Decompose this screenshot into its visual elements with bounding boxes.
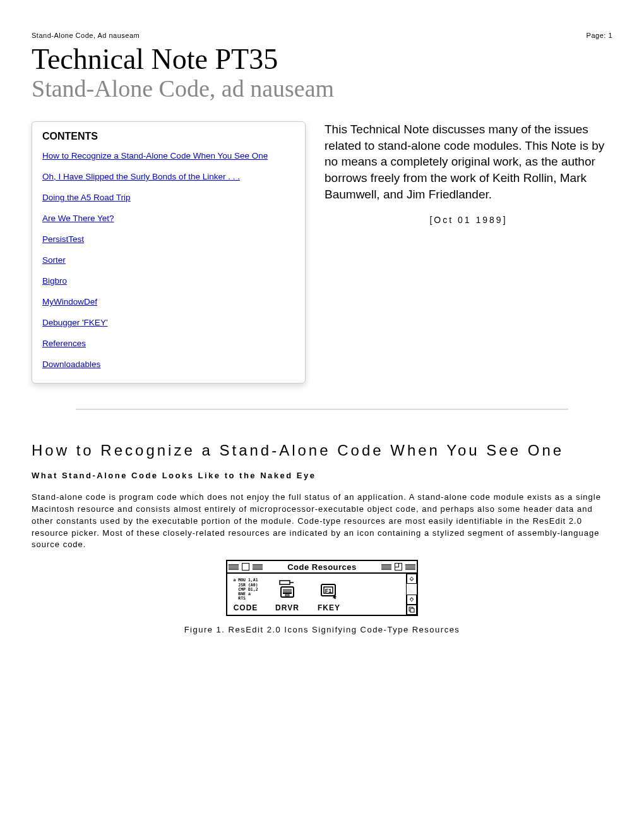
header-left: Stand-Alone Code, Ad nauseam xyxy=(32,32,140,39)
section-divider xyxy=(76,409,568,410)
contents-heading: CONTENTS xyxy=(42,131,295,142)
toc-link[interactable]: Downloadables xyxy=(42,360,295,369)
toc-link[interactable]: Doing the A5 Road Trip xyxy=(42,193,295,202)
grow-box-icon[interactable] xyxy=(407,605,417,615)
figure: Code Resources a MOU 1,A1 JSR (A0) CMP D… xyxy=(32,560,612,634)
resource-item-drvr[interactable]: DRVR xyxy=(274,577,301,612)
svg-rect-0 xyxy=(280,581,290,584)
zoom-box-icon[interactable] xyxy=(395,563,402,571)
toc-link[interactable]: PersistTest xyxy=(42,234,295,244)
resource-item-fkey[interactable]: F1 FKEY xyxy=(316,577,342,612)
fkey-icon: F1 xyxy=(316,577,342,601)
toc-link[interactable]: Oh, I Have Slipped the Surly Bonds of th… xyxy=(42,172,295,181)
figure-caption: Figure 1. ResEdit 2.0 Icons Signifying C… xyxy=(32,625,612,634)
window-titlebar: Code Resources xyxy=(227,561,417,574)
title-block: Technical Note PT35 Stand-Alone Code, ad… xyxy=(32,44,612,102)
resource-label: FKEY xyxy=(318,603,340,612)
scroll-up-icon[interactable] xyxy=(407,574,417,584)
doc-date: [Oct 01 1989] xyxy=(325,215,612,225)
svg-rect-12 xyxy=(410,608,414,612)
resource-label: DRVR xyxy=(275,603,299,612)
titlebar-lines-icon xyxy=(380,564,393,570)
toc-link[interactable]: Sorter xyxy=(42,255,295,265)
toc-link[interactable]: Debugger 'FKEY' xyxy=(42,318,295,327)
toc-link[interactable]: Are We There Yet? xyxy=(42,214,295,223)
window-title: Code Resources xyxy=(264,562,380,572)
window-content: a MOU 1,A1 JSR (A0) CMP D1,2 BNE a RTS C… xyxy=(227,574,406,615)
scroll-track[interactable] xyxy=(407,584,417,595)
close-box-icon[interactable] xyxy=(242,563,249,571)
resedit-window: Code Resources a MOU 1,A1 JSR (A0) CMP D… xyxy=(226,560,418,616)
scroll-down-icon[interactable] xyxy=(407,595,417,605)
code-icon: a MOU 1,A1 JSR (A0) CMP D1,2 BNE a RTS xyxy=(232,577,259,601)
resource-label: CODE xyxy=(234,603,258,612)
body-paragraph: Stand-alone code is program code which d… xyxy=(32,492,612,551)
titlebar-lines-icon xyxy=(251,564,264,570)
contents-box: CONTENTS How to Recognize a Stand-Alone … xyxy=(32,121,306,384)
scrollbar[interactable] xyxy=(406,574,417,615)
section-heading: How to Recognize a Stand-Alone Code When… xyxy=(32,442,612,459)
section-subheading: What Stand-Alone Code Looks Like to the … xyxy=(32,471,612,480)
doc-subtitle: Stand-Alone Code, ad nauseam xyxy=(32,76,612,102)
titlebar-lines-icon xyxy=(404,564,417,570)
drvr-icon xyxy=(274,577,301,601)
toc-link[interactable]: MyWindowDef xyxy=(42,297,295,306)
header-right: Page: 1 xyxy=(587,32,612,39)
svg-rect-7 xyxy=(285,595,289,596)
titlebar-lines-icon xyxy=(227,564,240,570)
resource-item-code[interactable]: a MOU 1,A1 JSR (A0) CMP D1,2 BNE a RTS C… xyxy=(232,577,259,612)
page-header: Stand-Alone Code, Ad nauseam Page: 1 xyxy=(32,32,612,39)
svg-text:F1: F1 xyxy=(325,588,332,594)
doc-title: Technical Note PT35 xyxy=(32,44,612,75)
toc-link[interactable]: Bigbro xyxy=(42,276,295,286)
intro-paragraph: This Technical Note discusses many of th… xyxy=(325,121,612,202)
toc-link[interactable]: How to Recognize a Stand-Alone Code When… xyxy=(42,151,295,160)
toc-link[interactable]: References xyxy=(42,339,295,348)
